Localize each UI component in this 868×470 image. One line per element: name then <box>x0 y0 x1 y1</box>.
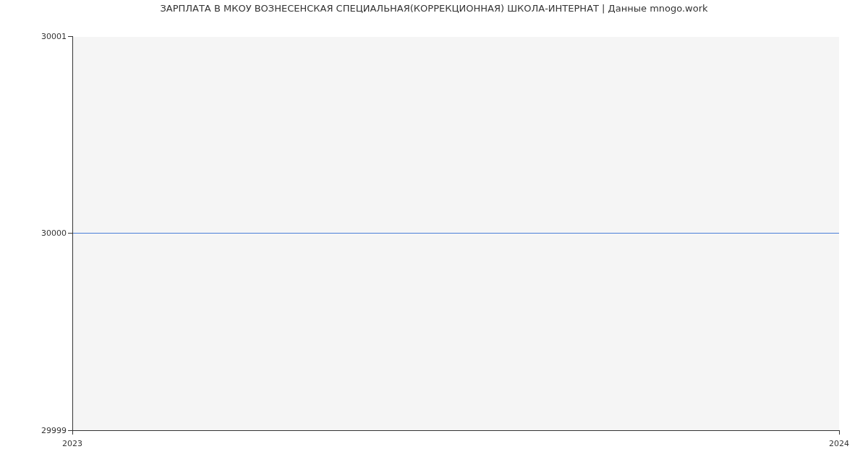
x-tick-label: 2023 <box>58 439 87 448</box>
x-axis <box>72 430 839 431</box>
y-tick-label: 30001 <box>38 32 67 41</box>
gridline <box>72 36 839 37</box>
x-tick-label: 2024 <box>825 439 854 448</box>
y-tick-label: 29999 <box>38 426 67 435</box>
chart-container: ЗАРПЛАТА В МКОУ ВОЗНЕСЕНСКАЯ СПЕЦИАЛЬНАЯ… <box>0 0 868 470</box>
x-tick <box>72 430 73 435</box>
y-tick <box>68 233 72 234</box>
data-line <box>72 233 839 234</box>
y-tick-label: 30000 <box>38 228 67 238</box>
chart-title: ЗАРПЛАТА В МКОУ ВОЗНЕСЕНСКАЯ СПЕЦИАЛЬНАЯ… <box>0 3 868 14</box>
y-tick <box>68 36 72 37</box>
x-tick <box>839 430 840 435</box>
y-axis <box>72 36 73 430</box>
